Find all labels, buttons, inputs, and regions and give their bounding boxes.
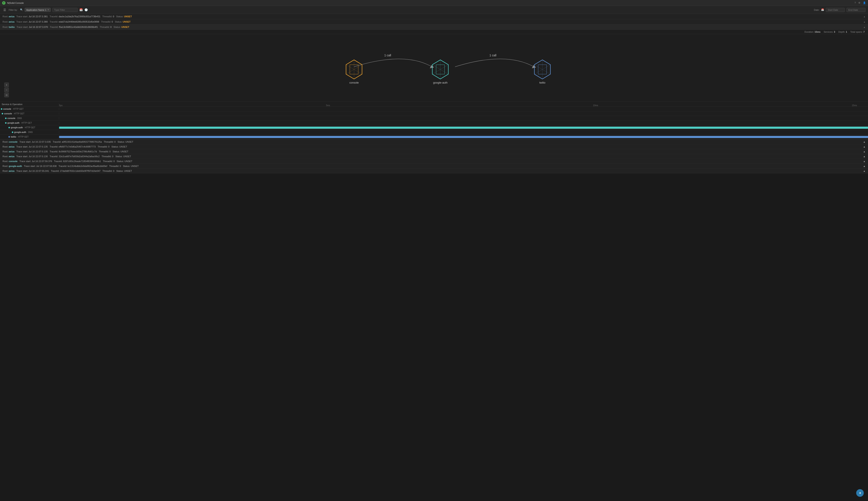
chevron-icon: ▲ [864,26,866,28]
edge-label-1: 1 call [384,54,391,57]
filter-input[interactable] [52,8,78,12]
service-dot [2,113,3,114]
service-cell: console · HTTP GET [0,113,59,115]
help-icon[interactable]: ? [855,1,856,4]
service-dot [1,108,2,110]
bottom-traces-list: Root: console Trace start: Jul 16 22:07:… [0,139,868,173]
timeline-header: Service & Operation 0μs 5ms 10ms 15ms [0,102,868,107]
zoom-controls: + − ⊡ [4,83,9,97]
start-date-input[interactable] [826,8,845,12]
trace-row[interactable]: Root: aeiza Trace start: Jul 16 22:07:0.… [0,145,868,149]
history-icon-btn[interactable]: 🕐 [84,8,88,11]
timeline-row[interactable]: twilio · HTTP GET [0,135,868,139]
chevron-icon: ▲ [863,170,866,172]
service-map: 1 call 1 call console google-auth [0,34,868,102]
service-cell: google-auth · DNS [0,131,59,134]
calendar-icon-date: 📅 [821,9,824,11]
span-bar [59,136,868,138]
span-bar [59,127,868,129]
chevron-icon: ▲ [864,21,866,23]
service-cell: twilio · HTTP GET [0,136,59,138]
bar-cell [59,130,868,135]
services-stat: Services: 3 [824,31,835,33]
service-cell: google-auth · HTTP GET [0,126,59,129]
end-date-input[interactable] [846,8,866,12]
timeline-row[interactable]: google-auth · HTTP GET [0,125,868,130]
chevron-icon: ▲ [863,160,866,162]
service-cell: google-auth · HTTP GET [0,122,59,124]
top-traces-list: Root: aeiza Trace start: Jul 16 22:07:3.… [0,14,868,30]
bar-cell [59,116,868,120]
chevron-icon: ▲ [863,155,866,158]
chevron-icon: ▲ [863,146,866,148]
node-twilio-label: twilio [539,81,546,84]
trace-row[interactable]: Root: aeiza Trace start: Jul 16 22:07:0.… [0,149,868,154]
service-dot [9,136,10,138]
time-mark-10: 10ms [593,104,598,107]
trace-row[interactable]: Root: console Trace start: Jul 16 22:07:… [0,139,868,145]
time-mark-0: 0μs [59,104,63,107]
trace-row[interactable]: Root: google-auth Trace start: Jul 16 22… [0,164,868,169]
service-dot [9,127,10,128]
edge-label-2: 1 call [489,54,497,57]
duration-stat: Duration: 15ms [804,31,821,33]
bar-cell [59,135,868,139]
bar-cell [59,107,868,111]
stats-bar: Duration: 15ms Services: 3 Depth: 1 Tota… [0,30,868,34]
total-spans-stat: Total spans: 7 [850,31,865,33]
service-dot [5,122,7,124]
trace-row-selected[interactable]: Root: twilio Trace start: Jul 16 22:07:3… [0,24,868,30]
chevron-icon: ▲ [863,165,866,167]
timeline-row[interactable]: console · DNS [0,116,868,121]
filter-tag[interactable]: Application Name 1 ✕ [25,8,51,12]
bar-cell [59,125,868,130]
node-google-auth-label: google-auth [433,81,447,84]
timeline-row[interactable]: google-auth · DNS [0,130,868,135]
toolbar: ☰ Filter by: 🔍 Application Name 1 ✕ 📅 🕐 … [0,6,868,14]
chevron-icon: ▲ [863,140,866,143]
date-range: Date: 📅 [814,8,866,12]
search-icon: 🔍 [20,9,23,11]
timeline-row[interactable]: console · HTTP GET [0,107,868,111]
date-label: Date: [814,9,819,11]
depth-stat: Depth: 1 [838,31,847,33]
zoom-out-button[interactable]: − [4,88,9,92]
filter-label: Filter by: [9,9,18,11]
chevron-icon: ▲ [864,15,866,18]
service-dot [5,118,7,119]
filter-tag-close[interactable]: ✕ [47,9,49,11]
menu-button[interactable]: ☰ [2,7,7,12]
bar-cell [59,121,868,125]
zoom-fit-button[interactable]: ⊡ [4,93,9,97]
bar-cell [59,111,868,116]
trace-row[interactable]: Root: aeiza Trace start: Jul 16 22:07:3.… [0,14,868,19]
time-mark-5: 5ms [326,104,330,107]
trace-row[interactable]: Root: console Trace start: Jul 16 22:07:… [0,159,868,164]
timeline-row[interactable]: google-auth · HTTP GET [0,121,868,125]
service-dot [12,131,13,133]
titlebar: N N|Solid Console ? ⚙ 👤 [0,0,868,6]
service-cell: console · HTTP GET [0,108,59,110]
service-col-header: Service & Operation [0,103,59,106]
zoom-in-button[interactable]: + [4,83,9,87]
chevron-icon: ▲ [863,150,866,153]
user-icon[interactable]: 👤 [863,1,866,4]
trace-row[interactable]: Root: aeiza Trace start: Jul 16 22:07:0.… [0,154,868,159]
service-map-svg: 1 call 1 call console google-auth [0,34,868,102]
svg-rect-0 [287,34,581,102]
time-mark-15: 15ms [852,104,857,107]
timeline: Service & Operation 0μs 5ms 10ms 15ms co… [0,102,868,139]
node-console-label: console [349,81,359,84]
calendar-icon-btn[interactable]: 📅 [80,8,83,11]
app-logo: N [2,1,6,4]
service-cell: console · DNS [0,117,59,119]
timeline-rows: console · HTTP GET console · HTTP GET co… [0,107,868,139]
trace-row[interactable]: Root: aeiza Trace start: Jul 16 22:07:55… [0,169,868,173]
settings-icon[interactable]: ⚙ [858,1,860,4]
timeline-row[interactable]: console · HTTP GET [0,111,868,116]
trace-row[interactable]: Root: aeiza Trace start: Jul 16 22:07:3.… [0,19,868,24]
app-title: N|Solid Console [7,2,24,4]
